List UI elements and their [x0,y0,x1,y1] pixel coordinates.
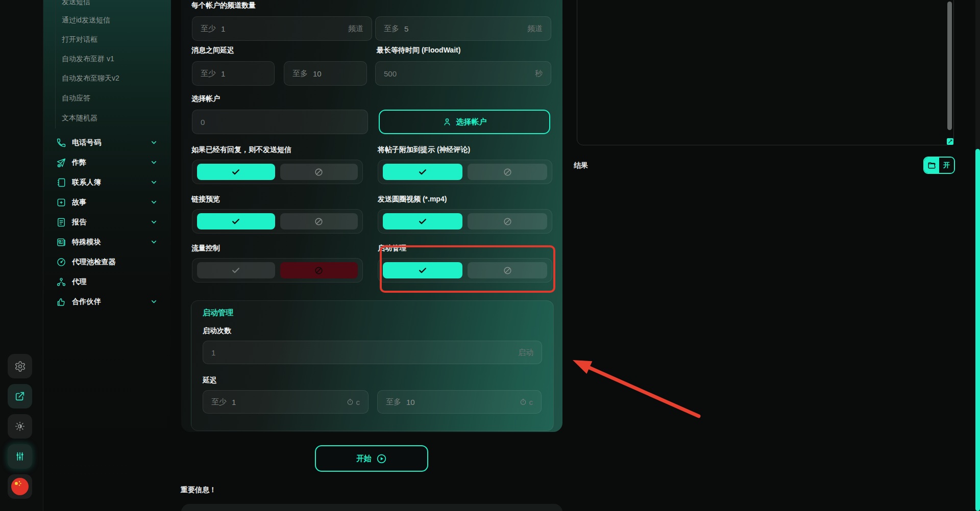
toggle-on-segment[interactable] [383,164,462,180]
toggle-off-segment[interactable] [280,164,358,180]
prohibit-icon [314,266,324,275]
sidebar-item-partners[interactable]: 合作伙伴 [43,294,171,310]
launch-delay-min-input[interactable]: 至少 1 c [203,390,369,414]
sidebar-item-send-sms[interactable]: 发送短信 [62,0,90,8]
max-prefix: 至多 [384,24,399,34]
toggle-off-segment[interactable] [468,213,547,229]
sidebar-item-label: 合作伙伴 [72,297,101,306]
chevron-down-icon [150,178,158,186]
language-button[interactable] [8,474,32,499]
play-circle-icon [376,453,387,464]
annotation-arrow [556,349,715,431]
channels-label: 每个帐户的频道数量 [191,1,256,10]
start-button[interactable]: 开始 [315,445,428,472]
min-value: 1 [221,24,225,33]
select-account-button[interactable]: 选择帐户 [379,110,550,134]
sidebar-item-spam[interactable]: 作弊 [43,155,171,170]
chevron-down-icon [150,238,158,246]
toggle-off-segment[interactable] [280,213,358,229]
external-link-button[interactable] [8,384,32,408]
gauge-icon [56,257,67,268]
check-icon [231,216,241,226]
max-value: 10 [406,398,415,406]
max-value: 10 [313,69,322,78]
sidebar-item-stories[interactable]: 故事 [43,195,171,210]
toggle-no-resend [192,160,363,184]
resize-grip[interactable] [947,138,953,145]
channels-max-input[interactable]: 至多 5 频道 [375,16,551,41]
msg-delay-min-input[interactable]: 至少 1 [192,61,275,86]
sidebar-item-text-randomizer[interactable]: 文本随机器 [62,112,97,124]
toggle-on-segment[interactable] [383,213,462,229]
prohibit-icon [314,217,324,226]
launch-count-input[interactable]: 1 启动 [203,341,542,364]
select-account-label: 选择帐户 [191,94,220,104]
launch-delay-label: 延迟 [203,376,217,385]
sidebar-item-proxy[interactable]: 代理 [43,274,171,290]
send-plus-icon [56,157,67,168]
sidebar-item-reports[interactable]: 报告 [43,215,171,230]
contacts-book-icon [56,177,67,188]
sidebar-menu: 发送短信 通过id发送短信 打开对话框 自动发布至群 v1 自动发布至聊天v2 … [43,0,171,511]
sidebar-item-contacts[interactable]: 联系人簿 [43,175,171,190]
sidebar-item-phone-numbers[interactable]: 电话号码 [43,135,171,150]
min-prefix: 至少 [211,397,227,407]
sidebar-item-label: 故事 [72,198,87,207]
sliders-button[interactable] [8,444,32,469]
open-button[interactable]: 开 [939,158,954,173]
account-count-input[interactable]: 0 [192,110,368,134]
sidebar-item-label: 代理 [72,277,87,287]
page-scrollbar-thumb[interactable] [975,149,980,511]
sidebar-item-autoreply[interactable]: 自动应答 [62,92,90,104]
toggle-off-segment[interactable] [468,164,547,180]
unit-suffix: 秒 [535,69,543,79]
chevron-down-icon [150,139,158,146]
sliders-icon [14,451,26,462]
floodwait-label: 最长等待时间 (FloodWait) [377,46,460,55]
toggle-off-segment[interactable] [468,262,547,278]
theme-button[interactable] [8,414,32,439]
sidebar-item-label: 报告 [72,218,87,227]
china-flag-icon [11,477,29,496]
time-unit: c [529,398,533,406]
stopwatch-icon [347,398,354,405]
toggle-on-segment[interactable] [383,262,462,278]
msg-delay-max-input[interactable]: 至多 10 [284,61,367,86]
toggle-on-segment[interactable] [197,262,275,278]
results-label: 结果 [574,161,588,170]
max-prefix: 至多 [386,397,401,407]
sidebar-item-autopost-group-v1[interactable]: 自动发布至群 v1 [62,53,114,65]
toggle-on-segment[interactable] [197,213,275,229]
prohibit-icon [503,167,512,177]
resize-arrows-icon [948,139,952,144]
settings-button[interactable] [8,354,32,378]
sidebar-item-proxy-checker[interactable]: 代理池检查器 [43,254,171,270]
launch-card-title: 启动管理 [203,308,233,318]
launch-delay-max-input[interactable]: 至多 10 c [377,390,542,414]
toggle-label-link-preview: 链接预览 [191,195,220,204]
sidebar-item-send-sms-by-id[interactable]: 通过id发送短信 [62,14,110,26]
channels-min-input[interactable]: 至少 1 频道 [192,16,372,41]
min-value: 1 [232,398,236,406]
sidebar-item-label: 电话号码 [72,138,101,147]
toggle-on-segment[interactable] [197,164,275,180]
prohibit-icon [314,167,324,177]
important-info-label: 重要信息！ [181,486,216,495]
stopwatch-icon [520,398,527,405]
floodwait-input[interactable]: 500 秒 [375,61,551,86]
log-scrollbar-thumb[interactable] [947,2,952,130]
toggle-off-segment[interactable] [280,262,358,278]
msg-delay-label: 消息之间延迟 [191,46,234,55]
results-actions: 开 [923,157,955,174]
sidebar-item-open-dialog[interactable]: 打开对话框 [62,33,97,45]
min-prefix: 至少 [201,69,216,79]
phone-icon [56,137,67,148]
prohibit-icon [503,217,512,226]
launch-count-value: 1 [211,348,215,357]
toggle-label-circle-video: 发送圆圈视频 (*.mp4) [378,195,447,204]
sidebar-item-special-modules[interactable]: 特殊模块 [43,235,171,250]
toggle-neuro-comments [378,160,552,184]
folder-icon [927,161,936,170]
sidebar-item-autopost-chat-v2[interactable]: 自动发布至聊天v2 [62,72,119,84]
open-folder-button[interactable] [924,158,939,173]
